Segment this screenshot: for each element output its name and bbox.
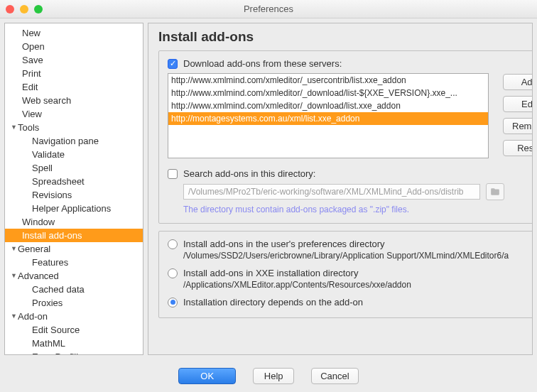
search-dir-hint: The directory must contain add-ons packa… xyxy=(183,205,532,214)
server-listbox[interactable]: http://www.xmlmind.com/xmleditor/_userco… xyxy=(168,73,489,158)
tree-item-label: Open xyxy=(22,40,45,53)
close-window-button[interactable] xyxy=(6,5,14,13)
ok-button[interactable]: OK xyxy=(178,368,236,384)
tree-item-print[interactable]: Print xyxy=(5,67,143,80)
tree-item-label: View xyxy=(22,108,42,120)
disclosure-arrow-icon[interactable]: ▼ xyxy=(11,243,18,255)
help-button[interactable]: Help xyxy=(253,368,294,384)
install-location-path-1: /Applications/XMLEditor.app/Contents/Res… xyxy=(183,280,532,290)
disclosure-arrow-icon[interactable]: ▼ xyxy=(11,121,18,134)
tree-item-label: Cached data xyxy=(32,283,85,295)
install-location-label-0: Install add-ons in the user's preference… xyxy=(183,239,385,249)
minimize-window-button[interactable] xyxy=(20,5,28,13)
install-location-label-1: Install add-ons in XXE installation dire… xyxy=(183,268,358,278)
tree-item-label: Edit xyxy=(22,81,38,93)
tree-item-mathml[interactable]: MathML xyxy=(5,337,143,350)
tree-item-label: Spell xyxy=(32,162,53,174)
tree-item-label: Save xyxy=(22,54,43,66)
download-servers-pane: ✓ Download add-ons from these servers: h… xyxy=(158,50,532,224)
install-location-radio-1[interactable] xyxy=(168,268,178,278)
install-location-path-0: /Volumes/SSD2/Users/ericbrowne/Library/A… xyxy=(183,251,532,261)
edit-server-button[interactable]: Edit xyxy=(503,96,532,112)
tree-item-label: Edit Source xyxy=(32,324,80,336)
tree-item-label: Add-on xyxy=(18,310,48,322)
tree-item-validate[interactable]: Validate xyxy=(5,148,143,161)
tree-item-label: New xyxy=(22,27,40,39)
install-location-label-2: Installation directory depends on the ad… xyxy=(183,297,363,307)
window-title: Preferences xyxy=(244,4,293,14)
remove-server-button[interactable]: Remove xyxy=(503,118,532,134)
tree-item-cached-data[interactable]: Cached data xyxy=(5,283,143,296)
content-panel: Install add-ons ✓ Download add-ons from … xyxy=(148,23,533,355)
download-check-label: Download add-ons from these servers: xyxy=(183,58,342,69)
tree-item-open[interactable]: Open xyxy=(5,40,143,53)
tree-item-label: Features xyxy=(32,256,68,268)
tree-item-label: Spreadsheet xyxy=(32,175,85,187)
tree-item-general[interactable]: ▼General xyxy=(5,242,143,256)
search-dir-checkbox[interactable] xyxy=(168,169,178,179)
tree-item-label: Install add-ons xyxy=(22,229,82,241)
server-button-column: Add Edit Remove Reset xyxy=(503,74,532,156)
tree-item-helper-applications[interactable]: Helper Applications xyxy=(5,202,143,215)
disclosure-arrow-icon[interactable]: ▼ xyxy=(11,270,18,282)
install-location-radio-2[interactable] xyxy=(168,298,178,307)
server-list-item[interactable]: http://www.xmlmind.com/xmleditor/_userco… xyxy=(168,74,488,87)
tree-item-label: Tools xyxy=(18,121,39,134)
tree-item-label: Helper Applications xyxy=(32,202,111,214)
search-dir-label: Search add-ons in this directory: xyxy=(183,168,315,179)
content-scroll[interactable]: Install add-ons ✓ Download add-ons from … xyxy=(148,23,532,354)
tree-item-new[interactable]: New xyxy=(5,26,143,40)
tree-item-window[interactable]: Window xyxy=(5,215,143,229)
tree-item-label: MathML xyxy=(32,337,65,349)
tree-item-label: Print xyxy=(22,67,41,80)
tree-item-label: Web search xyxy=(22,94,71,107)
tree-item-label: General xyxy=(18,243,50,255)
browse-folder-button[interactable] xyxy=(486,183,504,200)
server-list-item[interactable]: http://montagesystems.com.au/xml/list.xx… xyxy=(168,112,488,125)
reset-servers-button[interactable]: Reset xyxy=(503,140,532,156)
folder-icon xyxy=(490,187,500,197)
tree-item-add-on[interactable]: ▼Add-on xyxy=(5,310,143,323)
tree-item-view[interactable]: View xyxy=(5,107,143,121)
disclosure-arrow-icon[interactable]: ▼ xyxy=(11,310,18,322)
install-location-radio-0[interactable] xyxy=(168,239,178,249)
main-area: NewOpenSavePrintEditWeb searchView▼Tools… xyxy=(0,18,537,359)
tree-item-easy-profiling[interactable]: Easy Profiling xyxy=(5,350,143,355)
tree-item-features[interactable]: Features xyxy=(5,256,143,269)
tree-item-label: Advanced xyxy=(18,270,59,282)
tree-item-edit[interactable]: Edit xyxy=(5,80,143,94)
window-controls xyxy=(6,5,43,13)
tree-item-label: Navigation pane xyxy=(32,135,99,147)
titlebar: Preferences xyxy=(0,0,537,18)
tree-item-save[interactable]: Save xyxy=(5,53,143,67)
page-title: Install add-ons xyxy=(158,29,522,45)
tree-item-advanced[interactable]: ▼Advanced xyxy=(5,269,143,283)
tree-item-web-search[interactable]: Web search xyxy=(5,94,143,107)
install-location-pane: Install add-ons in the user's preference… xyxy=(158,231,532,318)
dialog-footer: OK Help Cancel xyxy=(0,359,537,392)
cancel-button[interactable]: Cancel xyxy=(311,368,358,384)
search-dir-field[interactable]: /Volumes/MPro2Tb/eric-working/software/X… xyxy=(183,184,480,200)
tree-item-spell[interactable]: Spell xyxy=(5,161,143,175)
tree-item-tools[interactable]: ▼Tools xyxy=(5,121,143,134)
add-server-button[interactable]: Add xyxy=(503,74,532,90)
tree-item-spreadsheet[interactable]: Spreadsheet xyxy=(5,175,143,188)
server-list-item[interactable]: http://www.xmlmind.com/xmleditor/_downlo… xyxy=(168,99,488,112)
tree-item-label: Easy Profiling xyxy=(32,351,88,355)
tree-item-install-add-ons[interactable]: Install add-ons xyxy=(5,229,143,242)
tree-item-label: Validate xyxy=(32,148,65,160)
download-checkbox[interactable]: ✓ xyxy=(168,59,178,69)
tree-item-revisions[interactable]: Revisions xyxy=(5,188,143,202)
tree-item-proxies[interactable]: Proxies xyxy=(5,296,143,310)
maximize-window-button[interactable] xyxy=(34,5,43,13)
tree-item-edit-source[interactable]: Edit Source xyxy=(5,323,143,337)
tree-item-label: Window xyxy=(22,216,55,228)
tree-item-navigation-pane[interactable]: Navigation pane xyxy=(5,134,143,148)
tree-item-label: Proxies xyxy=(32,297,63,309)
preferences-tree[interactable]: NewOpenSavePrintEditWeb searchView▼Tools… xyxy=(4,23,143,355)
server-list-item[interactable]: http://www.xmlmind.com/xmleditor/_downlo… xyxy=(168,87,488,99)
tree-item-label: Revisions xyxy=(32,189,72,201)
